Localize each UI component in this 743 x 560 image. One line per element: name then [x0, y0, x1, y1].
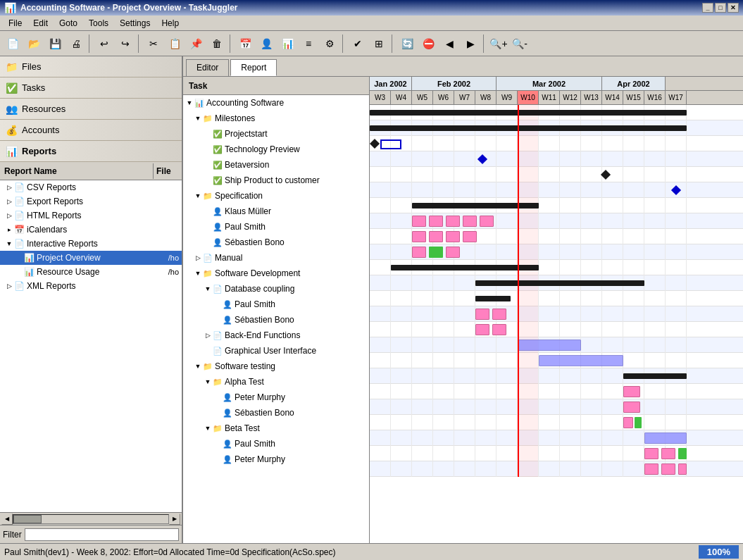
minimize-button[interactable]: _: [702, 3, 713, 13]
sidebar-item-tasks[interactable]: ✅ Tasks: [0, 77, 182, 99]
task-alpha-test[interactable]: ▼ 📁 Alpha Test: [183, 374, 369, 390]
gantt-row-20: [370, 415, 743, 430]
stop-button[interactable]: ⛔: [418, 34, 438, 54]
cell: [602, 260, 623, 275]
paste-button[interactable]: 📌: [186, 34, 206, 54]
report-item-csv[interactable]: ▷ 📄 CSV Reports: [0, 180, 182, 194]
task-paul-spec[interactable]: 👤 Paul Smith: [183, 219, 369, 235]
task-paul-db[interactable]: 👤 Paul Smith: [183, 297, 369, 312]
left-hscroll-thumb[interactable]: [13, 515, 42, 523]
undo-button[interactable]: ↩: [94, 34, 114, 54]
cut-button[interactable]: ✂: [144, 34, 163, 54]
task-peter-alpha[interactable]: 👤 Peter Murphy: [183, 390, 369, 405]
resources-label: Resources: [22, 104, 65, 114]
cell: [666, 275, 687, 291]
task-peter-beta[interactable]: 👤 Peter Murphy: [183, 452, 369, 467]
new-button[interactable]: 📄: [3, 34, 23, 54]
open-button[interactable]: 📂: [24, 34, 44, 54]
scroll-right-button[interactable]: ▶: [169, 514, 180, 525]
cell: [433, 136, 454, 151]
menu-tools[interactable]: Tools: [83, 17, 114, 30]
person-button[interactable]: 👤: [256, 34, 276, 54]
task-beta-test[interactable]: ▼ 📁 Beta Test: [183, 421, 369, 436]
report-item-interactive[interactable]: ▼ 📄 Interactive Reports: [0, 237, 182, 251]
cell: [581, 337, 602, 353]
zoom-out-button[interactable]: 🔍-: [510, 34, 530, 54]
task-software-dev[interactable]: ▼ 📁 Software Development: [183, 266, 369, 281]
menu-goto[interactable]: Goto: [54, 17, 83, 30]
sidebar-item-reports[interactable]: 📊 Reports: [0, 141, 182, 162]
left-hscroll-track[interactable]: [13, 514, 169, 524]
copy-button[interactable]: 📋: [165, 34, 185, 54]
cell: [644, 306, 666, 322]
menu-file[interactable]: File: [3, 17, 27, 30]
cell: [623, 322, 644, 337]
task-sw-testing[interactable]: ▼ 📁 Software testing: [183, 359, 369, 374]
report-item-xml[interactable]: ▷ 📄 XML Reports: [0, 279, 182, 293]
sidebar-item-accounts[interactable]: 💰 Accounts: [0, 120, 182, 141]
chart-button[interactable]: 📊: [277, 34, 297, 54]
month-mar: Mar 2002: [497, 77, 602, 90]
cell: [433, 337, 454, 353]
task-specification[interactable]: ▼ 📁 Specification: [183, 188, 369, 204]
sidebar-item-resources[interactable]: 👥 Resources: [0, 99, 182, 120]
task-accounting-software[interactable]: ▼ 📊 Accounting Software: [183, 95, 369, 111]
cell: [623, 229, 644, 244]
cell: [370, 291, 391, 306]
check-button[interactable]: ✔: [348, 34, 368, 54]
delete-button[interactable]: 🗑: [207, 34, 227, 54]
cell: [370, 167, 391, 182]
cell: [602, 399, 623, 415]
close-button[interactable]: ✕: [728, 3, 739, 13]
print-button[interactable]: 🖨: [66, 34, 86, 54]
task-milestones[interactable]: ▼ 📁 Milestones: [183, 111, 369, 126]
sidebar-item-files[interactable]: 📁 Files: [0, 56, 182, 77]
tab-editor[interactable]: Editor: [186, 59, 229, 76]
cell: [370, 461, 391, 477]
scroll-left-button[interactable]: ◀: [1, 514, 13, 525]
report-item-html[interactable]: ▷ 📄 HTML Reports: [0, 209, 182, 223]
back-button[interactable]: ◀: [439, 34, 459, 54]
task-ship-product[interactable]: ✅ Ship Product to customer: [183, 173, 369, 188]
maximize-button[interactable]: □: [715, 3, 726, 13]
task-betaversion[interactable]: ✅ Betaversion: [183, 157, 369, 173]
gantt-row-7: [370, 213, 743, 229]
settings-button[interactable]: ⚙: [320, 34, 339, 54]
xml-expand-icon: ▷: [4, 282, 14, 290]
task-manual[interactable]: ▷ 📄 Manual: [183, 250, 369, 266]
filter-input[interactable]: [25, 528, 179, 541]
menu-help[interactable]: Help: [156, 17, 185, 30]
report-item-project-overview[interactable]: 📊 Project Overview /ho: [0, 251, 182, 265]
task-paul-beta[interactable]: 👤 Paul Smith: [183, 436, 369, 452]
save-button[interactable]: 💾: [45, 34, 65, 54]
task-db-coupling[interactable]: ▼ 📄 Database coupling: [183, 281, 369, 297]
menu-settings[interactable]: Settings: [114, 17, 156, 30]
table-button[interactable]: ⊞: [369, 34, 389, 54]
report-item-ical[interactable]: ▸ 📅 iCalendars: [0, 223, 182, 237]
task-tech-preview[interactable]: ✅ Technology Preview: [183, 142, 369, 157]
report-item-export[interactable]: ▷ 📄 Export Reports: [0, 194, 182, 209]
cell: [539, 198, 560, 213]
refresh-button[interactable]: 🔄: [397, 34, 417, 54]
task-gui[interactable]: 📄 Graphical User Interface: [183, 343, 369, 359]
list-button[interactable]: ≡: [299, 34, 318, 54]
cell: [602, 337, 623, 353]
redo-button[interactable]: ↪: [115, 34, 135, 54]
cell: [518, 322, 539, 337]
task-backend[interactable]: ▷ 📄 Back-End Functions: [183, 328, 369, 343]
menu-edit[interactable]: Edit: [27, 17, 54, 30]
tab-report[interactable]: Report: [230, 59, 277, 76]
task-sebastien-db[interactable]: 👤 Sébastien Bono: [183, 312, 369, 328]
calendar-button[interactable]: 📅: [235, 34, 255, 54]
task-projectstart[interactable]: ✅ Projectstart: [183, 126, 369, 142]
titlebar: 📊 Accounting Software - Project Overview…: [0, 0, 743, 15]
cell: [412, 136, 433, 151]
cell: [623, 198, 644, 213]
forward-button[interactable]: ▶: [461, 34, 480, 54]
task-sebastien-alpha[interactable]: 👤 Sébastien Bono: [183, 405, 369, 421]
report-item-resource-usage[interactable]: 📊 Resource Usage /ho: [0, 265, 182, 279]
task-sebastien-spec[interactable]: 👤 Sébastien Bono: [183, 235, 369, 250]
cell: [370, 368, 391, 384]
zoom-in-button[interactable]: 🔍+: [489, 34, 508, 54]
task-klaus[interactable]: 👤 Klaus Müller: [183, 204, 369, 219]
